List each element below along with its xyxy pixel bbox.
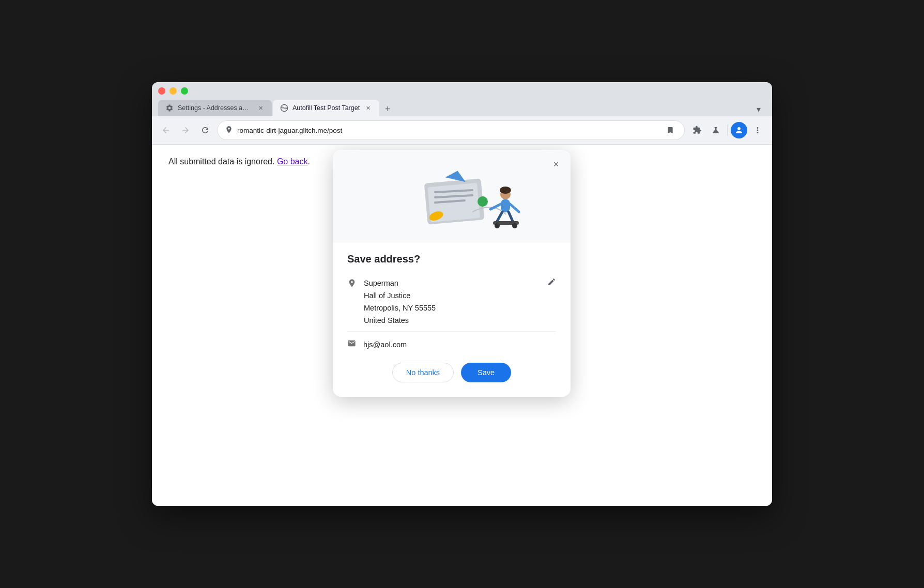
address-line3: United States — [364, 315, 540, 327]
url-text: romantic-dirt-jaguar.glitch.me/post — [237, 127, 659, 134]
popup-title: Save address? — [347, 253, 556, 265]
profile-button[interactable] — [731, 122, 747, 138]
email-text: hjs@aol.com — [363, 341, 407, 349]
address-location-icon — [347, 278, 357, 290]
svg-point-19 — [512, 223, 517, 228]
tab-settings[interactable]: Settings - Addresses and mo ✕ — [158, 100, 272, 116]
location-icon — [225, 126, 233, 135]
svg-point-12 — [500, 187, 511, 194]
tab-autofill[interactable]: Autofill Test Post Target ✕ — [273, 100, 379, 116]
new-tab-button[interactable]: + — [380, 102, 395, 116]
autofill-tab-close[interactable]: ✕ — [364, 104, 372, 112]
address-name: Superman — [364, 277, 540, 290]
settings-tab-icon — [165, 104, 174, 112]
settings-tab-close[interactable]: ✕ — [256, 104, 265, 112]
reload-button[interactable] — [197, 122, 213, 138]
go-back-link[interactable]: Go back — [277, 157, 308, 166]
close-window-button[interactable] — [158, 87, 165, 95]
autofill-tab-title: Autofill Test Post Target — [292, 104, 360, 112]
save-button[interactable]: Save — [461, 363, 511, 382]
svg-line-16 — [509, 212, 513, 221]
svg-rect-10 — [501, 199, 510, 212]
popup-close-button[interactable]: × — [549, 157, 563, 172]
tab-dropdown-button[interactable]: ▾ — [751, 102, 766, 116]
maximize-window-button[interactable] — [181, 87, 188, 95]
minimize-window-button[interactable] — [170, 87, 177, 95]
labs-button[interactable] — [707, 122, 724, 138]
popup-body: Save address? Superman Hall of Justice M… — [333, 243, 571, 397]
address-bar-actions — [664, 123, 677, 137]
save-address-popup: × — [333, 150, 571, 397]
forward-button[interactable] — [178, 122, 193, 138]
edit-address-button[interactable] — [547, 277, 556, 289]
email-block: hjs@aol.com — [347, 339, 556, 350]
more-button[interactable] — [749, 122, 766, 138]
title-bar: Settings - Addresses and mo ✕ Autofill T… — [152, 82, 772, 116]
address-line1: Hall of Justice — [364, 290, 540, 302]
no-thanks-button[interactable]: No thanks — [392, 363, 454, 382]
svg-point-9 — [478, 196, 488, 207]
nav-bar: romantic-dirt-jaguar.glitch.me/post — [152, 116, 772, 145]
autofill-tab-icon — [280, 104, 288, 112]
address-block: Superman Hall of Justice Metropolis, NY … — [347, 273, 556, 332]
tabs-row: Settings - Addresses and mo ✕ Autofill T… — [158, 100, 766, 116]
nav-divider — [727, 125, 728, 136]
back-button[interactable] — [158, 122, 174, 138]
email-icon — [347, 339, 356, 350]
svg-point-18 — [495, 223, 500, 228]
popup-illustration — [333, 150, 571, 243]
address-lines: Superman Hall of Justice Metropolis, NY … — [364, 277, 540, 327]
extensions-button[interactable] — [689, 122, 705, 138]
window-controls — [158, 87, 766, 95]
page-content: All submitted data is ignored. Go back. … — [152, 145, 772, 506]
svg-line-14 — [510, 204, 519, 212]
bookmark-button[interactable] — [664, 123, 677, 137]
svg-line-15 — [497, 212, 502, 221]
browser-window: Settings - Addresses and mo ✕ Autofill T… — [152, 82, 772, 506]
settings-tab-title: Settings - Addresses and mo — [178, 104, 252, 112]
nav-right-actions — [689, 122, 766, 138]
address-line2: Metropolis, NY 55555 — [364, 302, 540, 315]
address-bar[interactable]: romantic-dirt-jaguar.glitch.me/post — [217, 120, 685, 140]
popup-actions: No thanks Save — [347, 363, 556, 382]
